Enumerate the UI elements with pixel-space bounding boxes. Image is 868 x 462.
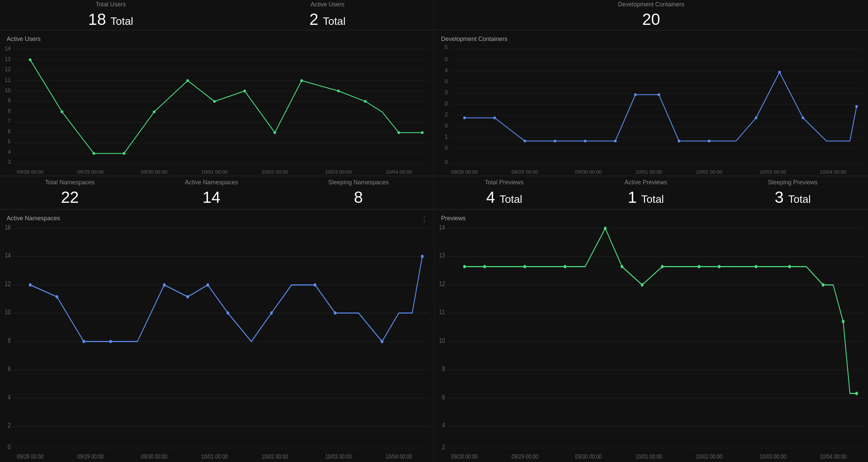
dev-containers-block: Development Containers 20 (618, 1, 684, 29)
active-users-value: 2 Total (310, 10, 346, 29)
svg-text:09/28 00:00: 09/28 00:00 (17, 169, 43, 175)
data-point (634, 93, 637, 96)
svg-text:10/03 00:00: 10/03 00:00 (326, 169, 352, 175)
svg-text:09/29 00:00: 09/29 00:00 (77, 453, 104, 460)
svg-text:5: 5 (445, 44, 448, 50)
data-point (564, 265, 566, 268)
sleeping-namespaces-block: Sleeping Namespaces 8 (328, 179, 389, 206)
data-point (614, 140, 617, 142)
svg-text:12: 12 (5, 66, 11, 72)
sleeping-previews-value: 3 Total (768, 188, 818, 206)
svg-text:3: 3 (445, 90, 448, 95)
data-point (493, 116, 496, 119)
dev-containers-label: Development Containers (618, 1, 684, 8)
total-namespaces-value: 22 (45, 188, 95, 206)
svg-text:10/02 00:00: 10/02 00:00 (696, 169, 722, 175)
active-previews-value: 1 Total (624, 188, 667, 206)
data-point (207, 283, 209, 287)
previews-chart-area: 14 13 12 11 10 8 6 4 2 09/28 (434, 224, 868, 462)
active-users-line (30, 60, 422, 153)
svg-text:10/01 00:00: 10/01 00:00 (201, 169, 228, 175)
total-previews-block: Total Previews 4 Total (485, 179, 524, 206)
data-point (109, 340, 112, 343)
data-point (186, 79, 189, 82)
data-point (381, 340, 383, 343)
data-point (788, 265, 791, 268)
svg-text:10: 10 (439, 337, 445, 344)
svg-text:0: 0 (445, 101, 448, 107)
data-point (364, 100, 367, 103)
active-namespaces-label: Active Namespaces (185, 179, 238, 186)
data-point (584, 140, 587, 142)
svg-text:14: 14 (5, 252, 11, 259)
data-point (186, 295, 189, 298)
active-namespaces-value: 14 (185, 188, 238, 206)
sleeping-previews-label: Sleeping Previews (768, 179, 818, 186)
data-point (83, 340, 85, 343)
svg-text:6: 6 (8, 128, 11, 134)
data-point (463, 116, 466, 119)
svg-text:10/02 00:00: 10/02 00:00 (261, 453, 288, 460)
data-point (483, 265, 486, 268)
data-point (698, 265, 700, 268)
sleeping-previews-block: Sleeping Previews 3 Total (768, 179, 818, 206)
total-namespaces-block: Total Namespaces 22 (45, 179, 95, 206)
svg-text:6: 6 (442, 393, 445, 401)
total-users-value: 18 Total (88, 10, 133, 29)
svg-text:6: 6 (8, 365, 11, 372)
data-point (421, 131, 424, 134)
svg-text:0: 0 (445, 79, 448, 84)
svg-text:10/01 00:00: 10/01 00:00 (636, 453, 662, 460)
svg-text:4: 4 (445, 67, 448, 73)
data-point (300, 79, 303, 82)
preview-stats: Total Previews 4 Total Active Previews 1… (434, 176, 868, 209)
active-namespaces-svg: 16 14 12 10 8 6 4 2 0 09/28 0 (0, 224, 434, 462)
data-point (153, 111, 156, 113)
svg-text:10/04 00:00: 10/04 00:00 (820, 169, 846, 175)
data-point (604, 227, 607, 230)
svg-text:10/04 00:00: 10/04 00:00 (386, 453, 412, 460)
svg-text:12: 12 (5, 280, 11, 287)
data-point (554, 140, 556, 142)
svg-text:0: 0 (445, 123, 448, 128)
data-point (678, 140, 680, 142)
svg-text:5: 5 (8, 139, 11, 144)
svg-text:2: 2 (445, 112, 448, 117)
data-point (123, 152, 125, 155)
previews-chart-title: Previews (434, 210, 868, 222)
top-stats-right: Development Containers 20 (434, 0, 868, 30)
svg-text:9: 9 (8, 98, 11, 104)
dashboard: Total Users 18 Total Active Users 2 Tota… (0, 0, 868, 462)
dev-containers-line (465, 72, 857, 141)
data-point (163, 283, 166, 287)
dev-containers-chart-title: Development Containers (434, 31, 868, 42)
chart-menu-button[interactable]: ⋮ (421, 215, 428, 224)
sleeping-namespaces-value: 8 (328, 188, 389, 206)
data-point (337, 90, 340, 92)
svg-text:11: 11 (439, 308, 445, 316)
data-point (243, 90, 246, 92)
data-point (334, 311, 336, 315)
data-point (621, 265, 623, 268)
svg-text:09/28 00:00: 09/28 00:00 (451, 169, 477, 175)
top-stats-left: Total Users 18 Total Active Users 2 Tota… (0, 0, 434, 30)
svg-text:09/30 00:00: 09/30 00:00 (141, 169, 167, 175)
svg-text:11: 11 (5, 77, 11, 83)
active-users-chart-panel: Active Users 14 13 12 11 10 9 8 7 6 5 4 … (0, 31, 434, 175)
active-users-label: Active Users (310, 1, 346, 8)
svg-text:16: 16 (5, 224, 11, 231)
svg-text:1: 1 (445, 134, 448, 140)
svg-text:10/03 00:00: 10/03 00:00 (326, 453, 352, 460)
data-point (657, 93, 660, 96)
svg-text:10/03 00:00: 10/03 00:00 (760, 169, 786, 175)
svg-text:4: 4 (8, 149, 11, 155)
svg-text:10: 10 (5, 308, 11, 316)
active-namespaces-chart-panel: Active Namespaces ⋮ 16 14 12 10 8 6 4 2 … (0, 210, 434, 462)
previews-chart-panel: Previews 14 13 12 11 10 8 6 4 2 (434, 210, 868, 462)
svg-text:14: 14 (5, 46, 11, 51)
svg-text:10: 10 (5, 88, 11, 93)
data-point (855, 105, 858, 108)
svg-text:09/28 00:00: 09/28 00:00 (451, 453, 477, 460)
dev-containers-svg: 5 0 4 0 3 0 2 0 1 0 0 (434, 44, 868, 175)
svg-text:8: 8 (442, 365, 445, 372)
